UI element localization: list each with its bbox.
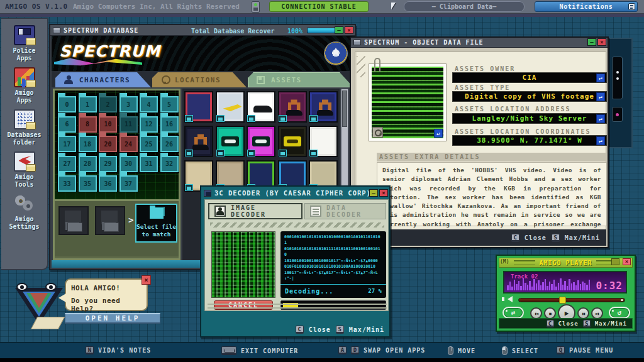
hint-label: PAUSE MENU: [569, 347, 613, 354]
asset-thumbnail-5-arch[interactable]: [309, 91, 338, 123]
tab-characters[interactable]: CHARACTERS: [55, 72, 151, 87]
character-folder-0[interactable]: 0: [58, 96, 76, 112]
asset-thumbnail-1-blueprint[interactable]: [184, 91, 213, 123]
minimize-button[interactable]: —: [587, 38, 596, 46]
sidebar-item-databases-folder[interactable]: Databases folder: [1, 109, 47, 146]
sidebar-item-amigo-apps[interactable]: Amigo Apps: [1, 67, 47, 104]
seek-slider[interactable]: [518, 298, 625, 302]
character-folder-1[interactable]: 1: [79, 96, 97, 112]
tab-data-decoder[interactable]: DATA DECODER: [304, 203, 386, 219]
close-hint[interactable]: Close: [309, 326, 331, 333]
open-help-button[interactable]: OPEN HELP: [65, 313, 160, 324]
notifications-button[interactable]: Notifications: [535, 1, 638, 12]
close-hint[interactable]: Close: [558, 321, 579, 327]
character-folder-8[interactable]: 8: [79, 116, 97, 133]
character-folder-25[interactable]: 25: [140, 136, 158, 152]
close-button[interactable]: ×: [597, 38, 606, 46]
match-slot-right[interactable]: [95, 206, 125, 235]
character-folder-24[interactable]: 24: [119, 136, 138, 152]
copy-field-button[interactable]: ↵: [596, 92, 605, 101]
sidebar-item-amigo-settings[interactable]: Amigo Settings: [1, 194, 47, 230]
maxmini-hint[interactable]: Max/Mini: [595, 321, 627, 327]
tab-image-decoder[interactable]: IMAGE DECODER: [208, 203, 303, 219]
close-button[interactable]: ×: [345, 26, 353, 34]
character-folder-16[interactable]: 16: [160, 116, 179, 133]
copy-field-button[interactable]: ↵: [596, 114, 605, 123]
minimize-button[interactable]: —: [369, 189, 378, 197]
character-folder-20[interactable]: 20: [99, 136, 117, 152]
previous-button[interactable]: ▮◀: [530, 307, 542, 319]
character-folder-11[interactable]: 11: [119, 116, 138, 133]
asset-thumbnail-4-arch[interactable]: [278, 91, 307, 123]
sidebar-item-police-apps[interactable]: Police Apps: [1, 25, 47, 62]
asset-thumbnail-10-plan[interactable]: [309, 126, 338, 157]
tab-assets[interactable]: ASSETS: [248, 72, 353, 87]
field-value-assets-location-address: Langley/Night Sky Server↵: [452, 113, 607, 124]
decoder-titlebar[interactable]: 3C DECODER (BY CAESAR CIPHER CORP): [201, 187, 389, 199]
cursor-icon: [391, 3, 396, 9]
character-folder-17[interactable]: 17: [58, 136, 76, 152]
character-folder-26[interactable]: 26: [160, 136, 179, 152]
pause-button[interactable]: ▮▮: [577, 307, 589, 319]
asset-thumbnail-9-vhs-yellow[interactable]: [278, 126, 307, 157]
sidebar-item-label: Amigo Tools: [1, 173, 47, 188]
folder-number: 36: [100, 177, 116, 190]
character-folder-29[interactable]: 29: [99, 156, 117, 172]
select-file-to-match-button[interactable]: Select file to match: [135, 204, 177, 243]
character-folder-27[interactable]: 27: [58, 156, 76, 172]
character-folder-6[interactable]: 6: [58, 116, 76, 133]
minimize-button[interactable]: [611, 258, 619, 265]
stop-button[interactable]: ■: [544, 307, 556, 319]
loop-button[interactable]: ↺: [609, 307, 630, 319]
asset-thumbnail-3-car[interactable]: [247, 91, 275, 123]
copy-field-button[interactable]: ↵: [596, 136, 605, 145]
close-button[interactable]: ×: [623, 258, 631, 265]
asset-thumbnail-7-vhs[interactable]: [216, 126, 245, 157]
close-bubble-button[interactable]: ×: [142, 275, 151, 285]
maxmini-hint[interactable]: Max/Mini: [349, 326, 384, 333]
folder-number: 32: [162, 157, 177, 171]
character-folder-2[interactable]: 2: [99, 96, 117, 112]
asset-preview-image[interactable]: ↵: [369, 63, 447, 141]
scrollbar-thumb[interactable]: [342, 90, 347, 127]
minimize-button[interactable]: —: [335, 26, 343, 34]
waveform-bar: [514, 280, 516, 290]
character-folder-36[interactable]: 36: [99, 175, 117, 192]
character-folder-4[interactable]: 4: [140, 96, 158, 112]
character-folder-3[interactable]: 3: [119, 96, 138, 112]
background-window-fragment: [608, 38, 633, 148]
shuffle-button[interactable]: ⇄: [502, 307, 524, 319]
character-folder-5[interactable]: 5: [160, 96, 179, 112]
maxmini-hint[interactable]: Max/Mini: [565, 234, 600, 241]
asset-thumbnail-8-vhs[interactable]: [247, 126, 275, 157]
character-folder-37[interactable]: 37: [119, 175, 138, 192]
character-folder-28[interactable]: 28: [79, 156, 97, 172]
copy-field-button[interactable]: ↵: [596, 74, 605, 82]
character-folder-32[interactable]: 32: [160, 156, 179, 172]
clipboard-pill[interactable]: — Clipboard Data—: [404, 1, 525, 12]
asset-thumbnail-6-arch[interactable]: [184, 126, 213, 157]
tab-locations[interactable]: LOCATIONS: [152, 72, 247, 87]
character-folder-33[interactable]: 33: [58, 175, 76, 192]
character-folder-12[interactable]: 12: [140, 116, 158, 133]
folder-badge-icon: [309, 115, 318, 122]
sidebar-item-amigo-tools[interactable]: Amigo Tools: [1, 151, 47, 188]
asset-thumbnail-2-plane[interactable]: [216, 91, 245, 123]
close-button[interactable]: ×: [379, 189, 388, 197]
vida-mascot[interactable]: [13, 280, 65, 329]
character-folder-35[interactable]: 35: [79, 175, 97, 192]
waveform-bar: [529, 281, 531, 290]
character-folder-18[interactable]: 18: [79, 136, 97, 152]
window-icon: [53, 28, 60, 33]
character-folder-10[interactable]: 10: [99, 116, 117, 133]
close-hint[interactable]: Close: [525, 234, 547, 241]
waveform-bar: [571, 283, 573, 290]
desktop: AMIGO OS V.1.0 Amigo Computers Inc, All …: [0, 0, 644, 362]
character-folder-31[interactable]: 31: [140, 156, 158, 172]
match-slot-left[interactable]: [58, 206, 89, 235]
next-button[interactable]: ▶▮: [591, 307, 603, 319]
copy-image-button[interactable]: ↵: [434, 129, 443, 138]
object-file-titlebar[interactable]: SPECTRUM - OBJECT DATA FILE: [351, 38, 608, 48]
character-folder-30[interactable]: 30: [119, 156, 138, 172]
magnifier-button[interactable]: [372, 127, 383, 138]
